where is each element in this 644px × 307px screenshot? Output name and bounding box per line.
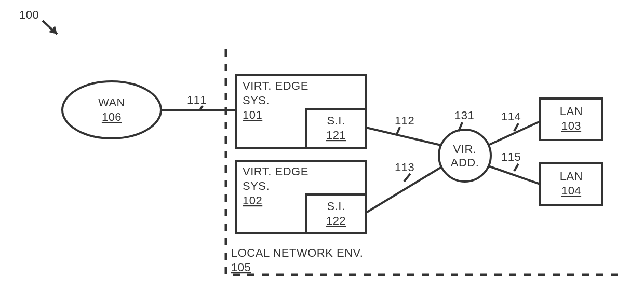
ves1-label-line2: SYS. bbox=[243, 94, 270, 107]
lan1-ref: 103 bbox=[561, 119, 581, 132]
link-vir-lan1-ref: 114 bbox=[501, 110, 521, 123]
local-env-label: LOCAL NETWORK ENV. bbox=[231, 246, 363, 259]
vir-add-ref: 131 bbox=[454, 109, 474, 122]
vir-add-label2: ADD. bbox=[451, 156, 479, 169]
ves1-label-line1: VIRT. EDGE bbox=[243, 79, 308, 92]
wan-label: WAN bbox=[98, 96, 125, 109]
si1-ref: 121 bbox=[326, 129, 346, 142]
lan2-label: LAN bbox=[560, 170, 583, 183]
lan1-label: LAN bbox=[560, 105, 583, 118]
si2-label: S.I. bbox=[327, 200, 345, 213]
link-ves2-vir-tick bbox=[404, 174, 410, 182]
link-vir-lan2 bbox=[488, 166, 540, 184]
si1-label: S.I. bbox=[327, 114, 345, 127]
link-vir-lan2-ref: 115 bbox=[501, 150, 521, 163]
figure-ref-label: 100 bbox=[19, 8, 39, 21]
link-wan-ves1-ref: 111 bbox=[187, 93, 207, 106]
local-env-ref: 105 bbox=[231, 261, 251, 274]
ves1-ref: 101 bbox=[243, 108, 262, 121]
link-vir-lan1 bbox=[488, 121, 540, 145]
ves2-label-line1: VIRT. EDGE bbox=[243, 165, 308, 178]
ves2-ref: 102 bbox=[243, 194, 262, 207]
link-ves2-vir-ref: 113 bbox=[395, 161, 414, 174]
wan-node bbox=[62, 81, 161, 138]
link-ves1-vir bbox=[366, 128, 441, 145]
vir-add-label1: VIR. bbox=[453, 143, 477, 156]
vir-add-node bbox=[439, 130, 491, 182]
network-diagram: 100 LOCAL NETWORK ENV. 105 WAN 106 111 V… bbox=[0, 0, 644, 307]
link-vir-lan1-tick bbox=[514, 123, 518, 131]
link-ves2-vir bbox=[366, 167, 441, 213]
wan-ref: 106 bbox=[102, 110, 122, 123]
lan2-ref: 104 bbox=[561, 184, 581, 197]
ves2-label-line2: SYS. bbox=[243, 179, 270, 192]
si2-ref: 122 bbox=[326, 214, 346, 227]
link-ves1-vir-ref: 112 bbox=[395, 114, 414, 127]
link-vir-lan2-tick bbox=[514, 164, 518, 171]
